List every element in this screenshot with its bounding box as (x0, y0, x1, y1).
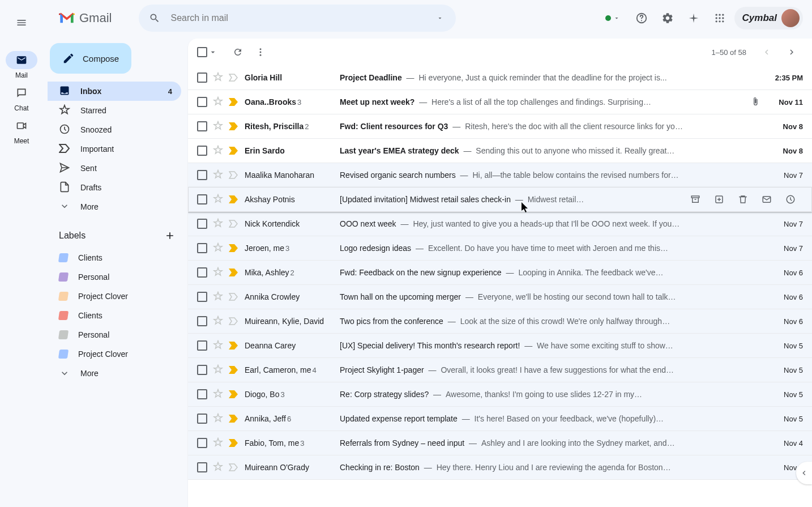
importance-marker[interactable] (229, 439, 239, 447)
email-checkbox[interactable] (197, 219, 207, 229)
search-box[interactable] (139, 5, 456, 32)
email-row[interactable]: Erin Sardo Last year's EMEA strategy dec… (188, 139, 812, 163)
email-checkbox[interactable] (197, 194, 207, 204)
star-icon[interactable] (213, 145, 223, 157)
compose-button[interactable]: Compose (50, 43, 131, 74)
archive-icon[interactable] (685, 189, 706, 210)
label-item[interactable]: Personal (48, 325, 181, 344)
more-actions-button[interactable] (249, 41, 272, 63)
search-options-icon[interactable] (429, 7, 451, 29)
star-icon[interactable] (213, 364, 223, 376)
select-all-checkbox[interactable] (197, 47, 217, 57)
star-icon[interactable] (213, 218, 223, 230)
email-row[interactable]: Maalika Manoharan Revised organic search… (188, 163, 812, 188)
importance-marker[interactable] (229, 415, 239, 423)
importance-marker[interactable] (229, 269, 239, 276)
email-row[interactable]: Fabio, Tom, me3 Referrals from Sydney – … (188, 431, 812, 455)
email-checkbox[interactable] (197, 340, 207, 351)
email-row[interactable]: Muireann, Kylie, David Two pics from the… (188, 309, 812, 334)
label-item[interactable]: Personal (48, 267, 181, 287)
importance-marker[interactable] (229, 74, 239, 82)
gmail-logo[interactable]: Gmail (43, 11, 112, 25)
label-item[interactable]: Project Clover (48, 287, 181, 306)
email-checkbox[interactable] (197, 414, 207, 424)
email-checkbox[interactable] (197, 438, 207, 448)
importance-marker[interactable] (229, 220, 239, 228)
labels-more[interactable]: More (48, 364, 181, 383)
email-checkbox[interactable] (197, 73, 207, 83)
email-row[interactable]: Annika, Jeff6 Updated expense report tem… (188, 407, 812, 431)
email-row[interactable]: Ritesh, Priscilla2 Fwd: Client resources… (188, 114, 812, 139)
star-icon[interactable] (213, 413, 223, 425)
rail-item-mail[interactable]: Mail (5, 50, 39, 83)
email-row[interactable]: Mika, Ashley2 Fwd: Feedback on the new s… (188, 261, 812, 285)
nav-important[interactable]: Important (48, 139, 181, 159)
status-indicator[interactable] (605, 15, 620, 22)
move-to-icon[interactable] (709, 189, 729, 210)
email-row[interactable]: Deanna Carey [UX] Special delivery! This… (188, 334, 812, 358)
star-icon[interactable] (213, 169, 223, 181)
nav-drafts[interactable]: Drafts (48, 178, 181, 197)
importance-marker[interactable] (229, 147, 239, 155)
email-row[interactable]: Jeroen, me3 Logo redesign ideas — Excell… (188, 236, 812, 261)
workspace-switcher[interactable]: Cymbal (734, 7, 803, 29)
mark-read-icon[interactable] (757, 189, 777, 210)
star-icon[interactable] (213, 316, 223, 327)
email-row[interactable]: Annika Crowley Town hall on the upcoming… (188, 285, 812, 309)
importance-marker[interactable] (229, 342, 239, 350)
delete-icon[interactable] (733, 189, 753, 210)
star-icon[interactable] (213, 462, 223, 474)
label-item[interactable]: Clients (48, 306, 181, 325)
email-row[interactable]: Gloria Hill Project Deadline — Hi everyo… (188, 66, 812, 90)
importance-marker[interactable] (229, 293, 239, 301)
email-checkbox[interactable] (197, 389, 207, 399)
search-icon[interactable] (143, 7, 166, 29)
rail-item-chat[interactable]: Chat (5, 83, 39, 116)
email-checkbox[interactable] (197, 267, 207, 278)
importance-marker[interactable] (229, 244, 239, 252)
label-item[interactable]: Project Clover (48, 344, 181, 364)
nav-snoozed[interactable]: Snoozed (48, 120, 181, 139)
importance-marker[interactable] (229, 366, 239, 374)
email-checkbox[interactable] (197, 365, 207, 375)
star-icon[interactable] (213, 121, 223, 133)
email-checkbox[interactable] (197, 243, 207, 253)
email-row[interactable]: Diogo, Bo3 Re: Corp strategy slides? — A… (188, 382, 812, 407)
prev-page-button[interactable] (755, 41, 778, 63)
rail-item-meet[interactable]: Meet (5, 116, 39, 148)
email-row[interactable]: Oana..Brooks3 Meet up next week? — Here'… (188, 90, 812, 114)
email-checkbox[interactable] (197, 462, 207, 472)
support-icon[interactable] (630, 7, 653, 29)
email-row[interactable]: Akshay Potnis [Updated invitation] Midwe… (188, 188, 812, 212)
nav-more[interactable]: More (48, 197, 181, 216)
importance-marker[interactable] (229, 317, 239, 325)
star-icon[interactable] (213, 96, 223, 108)
settings-icon[interactable] (656, 7, 679, 29)
email-row[interactable]: Nick Kortendick OOO next week — Hey, jus… (188, 212, 812, 236)
importance-marker[interactable] (229, 195, 239, 203)
star-icon[interactable] (213, 194, 223, 206)
add-label-button[interactable] (161, 227, 179, 245)
star-icon[interactable] (213, 242, 223, 254)
importance-marker[interactable] (229, 122, 239, 130)
star-icon[interactable] (213, 267, 223, 279)
importance-marker[interactable] (229, 171, 239, 179)
importance-marker[interactable] (229, 390, 239, 398)
apps-icon[interactable] (708, 7, 731, 29)
search-input[interactable] (166, 13, 429, 23)
nav-inbox[interactable]: Inbox4 (48, 82, 181, 101)
gemini-icon[interactable] (682, 7, 705, 29)
star-icon[interactable] (213, 291, 223, 303)
star-icon[interactable] (213, 437, 223, 449)
next-page-button[interactable] (780, 41, 803, 63)
snooze-icon[interactable] (780, 189, 801, 210)
star-icon[interactable] (213, 389, 223, 401)
email-checkbox[interactable] (197, 170, 207, 180)
main-menu-button[interactable] (8, 9, 35, 36)
email-checkbox[interactable] (197, 121, 207, 131)
email-row[interactable]: Muireann O'Grady Checking in re: Boston … (188, 455, 812, 480)
importance-marker[interactable] (229, 98, 239, 106)
email-checkbox[interactable] (197, 316, 207, 326)
email-checkbox[interactable] (197, 146, 207, 156)
refresh-button[interactable] (226, 41, 249, 63)
